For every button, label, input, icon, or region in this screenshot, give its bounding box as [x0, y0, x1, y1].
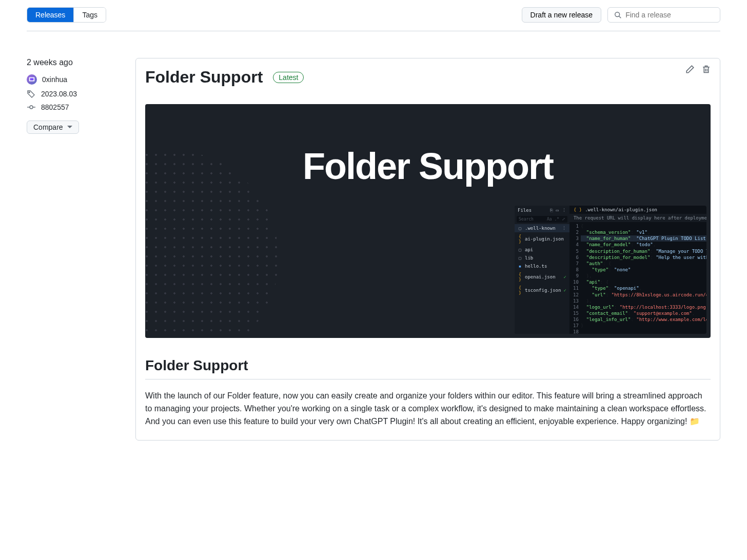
file-item: { }openai.json✓ [515, 270, 569, 284]
commit-link[interactable]: 8802557 [41, 103, 69, 111]
files-search-hint: Aa .* ⤢ [547, 217, 565, 222]
compare-button[interactable]: Compare [27, 121, 79, 134]
search-icon [614, 11, 621, 19]
svg-point-5 [30, 106, 33, 109]
open-file-name: .well-known/ai-plugin.json [585, 207, 657, 212]
release-time: 2 weeks ago [27, 58, 127, 67]
tabs: Releases Tags [27, 7, 106, 23]
body-text: With the launch of our Folder feature, n… [145, 390, 711, 428]
delete-icon[interactable] [702, 65, 711, 74]
svg-point-4 [29, 92, 30, 93]
files-search-label: Search [519, 217, 534, 222]
tag-icon [27, 90, 36, 98]
file-item: { }ai-plugin.json [515, 232, 569, 246]
latest-badge: Latest [273, 72, 304, 83]
file-item: ▢.well-known⋮ [515, 224, 569, 232]
more-icon: ⋮ [562, 208, 566, 213]
new-file-icon: ⎘ [550, 208, 553, 213]
svg-point-0 [615, 12, 620, 17]
file-item: { }tsconfig.json✓ [515, 284, 569, 297]
search-box[interactable] [607, 7, 720, 23]
commit-icon [27, 103, 36, 111]
edit-icon[interactable] [685, 65, 695, 74]
tag-link[interactable]: 2023.08.03 [41, 90, 77, 98]
file-item: ▢lib [515, 254, 569, 262]
chevron-down-icon [67, 126, 72, 129]
hero-image: Folder Support Files ⎘▭⋮ SearchAa .* ⤢ ▢… [145, 104, 711, 338]
tab-releases[interactable]: Releases [27, 8, 73, 22]
svg-line-1 [619, 16, 621, 18]
release-title: Folder Support [145, 68, 263, 87]
new-folder-icon: ▭ [556, 208, 558, 213]
svg-rect-3 [30, 78, 34, 80]
tab-tags[interactable]: Tags [73, 8, 106, 22]
files-label: Files [518, 208, 532, 213]
file-item: ▢api [515, 246, 569, 254]
author-link[interactable]: 0xinhua [42, 75, 67, 84]
search-input[interactable] [625, 11, 714, 19]
hero-title: Folder Support [145, 145, 711, 187]
file-item: ▪hello.ts [515, 262, 569, 270]
body-heading: Folder Support [145, 357, 711, 379]
url-hint: The request URL will display here after … [569, 214, 706, 222]
draft-release-button[interactable]: Draft a new release [522, 7, 601, 23]
ide-mockup: Files ⎘▭⋮ SearchAa .* ⤢ ▢.well-known⋮{ }… [515, 206, 706, 334]
compare-label: Compare [33, 123, 63, 131]
avatar[interactable] [27, 74, 37, 85]
